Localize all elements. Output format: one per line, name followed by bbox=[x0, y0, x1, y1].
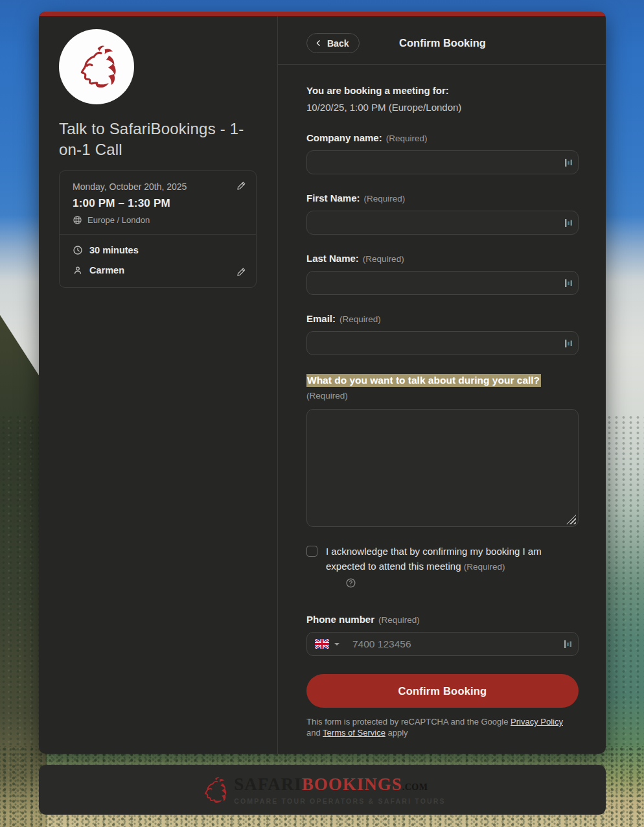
header-divider bbox=[278, 64, 606, 65]
last-name-input[interactable] bbox=[306, 271, 579, 295]
phone-input[interactable] bbox=[346, 638, 571, 650]
required-badge: (Required) bbox=[364, 192, 406, 205]
recaptcha-text: apply bbox=[385, 728, 408, 738]
first-name-field: First Name: (Required) bbox=[306, 192, 579, 235]
edit-time-button[interactable] bbox=[235, 180, 247, 192]
brand-tagline: Compare Tour Operators & Safari Tours bbox=[234, 797, 446, 805]
pencil-icon bbox=[236, 267, 246, 277]
help-button[interactable] bbox=[345, 577, 356, 588]
safaribookings-logo[interactable]: SafariBookings.com Compare Tour Operator… bbox=[199, 775, 446, 806]
required-badge: (Required) bbox=[306, 390, 579, 402]
talk-about-label-highlighted: What do you want to talk about during yo… bbox=[306, 374, 541, 387]
brand-safari-text: Safari bbox=[234, 775, 302, 794]
recaptcha-text: This form is protected by reCAPTCHA and … bbox=[306, 717, 511, 727]
lion-logo-icon bbox=[71, 41, 122, 92]
uk-flag-icon bbox=[315, 639, 329, 649]
question-circle-icon bbox=[345, 577, 356, 588]
booking-date: Monday, October 20th, 2025 bbox=[73, 181, 244, 192]
first-name-input[interactable] bbox=[306, 211, 579, 235]
talk-about-field: What do you want to talk about during yo… bbox=[306, 373, 579, 527]
event-sidebar: Talk to SafariBookings - 1-on-1 Call Mon… bbox=[39, 16, 278, 754]
terms-of-service-link[interactable]: Terms of Service bbox=[323, 728, 385, 738]
company-name-input[interactable] bbox=[306, 150, 579, 174]
acknowledge-field: I acknowledge that by confirming my book… bbox=[306, 544, 579, 591]
required-badge: (Required) bbox=[363, 253, 404, 265]
globe-icon bbox=[73, 215, 82, 225]
booking-info-datetime: 10/20/25, 1:00 PM (Europe/London) bbox=[306, 101, 579, 113]
back-button[interactable]: Back bbox=[306, 33, 360, 53]
avatar bbox=[59, 29, 134, 104]
lion-icon bbox=[199, 775, 230, 806]
booking-time-range: 1:00 PM – 1:30 PM bbox=[73, 196, 244, 211]
booking-card: Talk to SafariBookings - 1-on-1 Call Mon… bbox=[39, 12, 606, 754]
last-name-field: Last Name: (Required) bbox=[306, 252, 579, 295]
brand-bookings-text: Bookings bbox=[302, 775, 402, 794]
pencil-icon bbox=[236, 181, 246, 191]
back-button-label: Back bbox=[327, 38, 349, 49]
talk-about-textarea[interactable] bbox=[306, 409, 579, 527]
booking-duration: 30 minutes bbox=[89, 244, 139, 256]
booking-host: Carmen bbox=[89, 264, 124, 276]
event-title: Talk to SafariBookings - 1-on-1 Call bbox=[59, 119, 257, 160]
email-input[interactable] bbox=[306, 331, 579, 355]
acknowledge-label: I acknowledge that by confirming my book… bbox=[326, 546, 542, 572]
clock-icon bbox=[73, 245, 83, 255]
phone-field: Phone number (Required) bbox=[306, 613, 579, 656]
company-name-label: Company name: bbox=[306, 132, 382, 144]
recaptcha-text: and bbox=[306, 728, 323, 738]
last-name-label: Last Name: bbox=[306, 252, 359, 264]
company-name-field: Company name: (Required) bbox=[306, 132, 579, 174]
phone-label: Phone number bbox=[306, 613, 374, 625]
acknowledge-checkbox[interactable] bbox=[306, 546, 317, 557]
confirm-booking-button[interactable]: Confirm Booking bbox=[306, 674, 579, 708]
booking-info-heading: You are booking a meeting for: bbox=[306, 84, 579, 97]
required-badge: (Required) bbox=[464, 562, 505, 572]
booking-timezone: Europe / London bbox=[87, 215, 150, 226]
brand-tld-text: .com bbox=[402, 782, 428, 792]
person-icon bbox=[73, 265, 83, 275]
footer-bar: SafariBookings.com Compare Tour Operator… bbox=[39, 765, 606, 815]
required-badge: (Required) bbox=[339, 313, 381, 325]
card-top-accent-bar bbox=[39, 12, 606, 16]
email-field: Email: (Required) bbox=[306, 312, 579, 355]
privacy-policy-link[interactable]: Privacy Policy bbox=[511, 717, 563, 727]
recaptcha-notice: This form is protected by reCAPTCHA and … bbox=[306, 717, 579, 738]
country-select[interactable] bbox=[315, 639, 346, 649]
required-badge: (Required) bbox=[386, 132, 428, 145]
panel-header: Back Confirm Booking bbox=[306, 33, 579, 53]
caret-down-icon bbox=[334, 643, 339, 646]
email-label: Email: bbox=[306, 312, 336, 325]
chevron-left-icon bbox=[314, 39, 323, 47]
booking-details-box: Monday, October 20th, 2025 1:00 PM – 1:3… bbox=[59, 170, 257, 288]
required-badge: (Required) bbox=[378, 614, 420, 626]
edit-host-button[interactable] bbox=[235, 266, 247, 278]
first-name-label: First Name: bbox=[306, 192, 360, 204]
confirm-booking-panel: Back Confirm Booking You are booking a m… bbox=[278, 16, 606, 754]
